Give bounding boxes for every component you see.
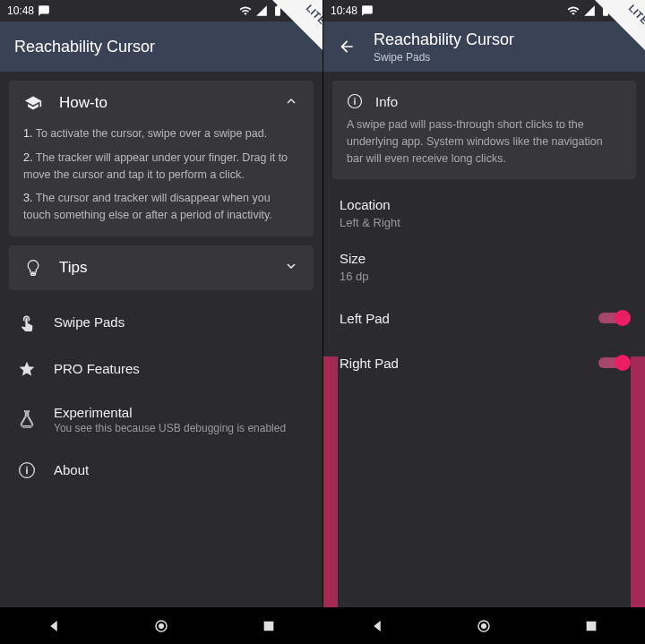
app-subtitle: Swipe Pads	[374, 51, 514, 64]
menu-swipe-pads-label: Swipe Pads	[54, 314, 306, 330]
settings-content: Info A swipe pad will pass-through short…	[323, 72, 645, 607]
info-icon	[347, 93, 363, 109]
setting-size-value: 16 dp	[340, 270, 629, 283]
nav-recents-button[interactable]	[237, 608, 300, 644]
svg-point-1	[159, 623, 164, 629]
wifi-icon	[239, 4, 252, 17]
setting-left-pad-label: Left Pad	[340, 311, 390, 326]
notification-icon	[38, 4, 50, 17]
touch-icon	[16, 312, 38, 333]
howto-title: How-to	[59, 94, 283, 112]
right-pad-toggle[interactable]	[598, 355, 629, 371]
setting-left-pad[interactable]: Left Pad	[332, 296, 636, 340]
setting-location-label: Location	[340, 197, 629, 212]
left-pad-toggle[interactable]	[598, 310, 629, 326]
setting-location-value: Left & Right	[340, 216, 629, 229]
menu-pro-label: PRO Features	[54, 361, 306, 376]
signal-icon	[255, 4, 268, 17]
setting-right-pad[interactable]: Right Pad	[332, 340, 636, 385]
nav-bar	[0, 607, 322, 644]
setting-location[interactable]: Location Left & Right	[332, 188, 636, 242]
signal-icon	[583, 4, 596, 17]
setting-right-pad-label: Right Pad	[340, 356, 399, 371]
back-button[interactable]	[338, 38, 356, 56]
info-icon	[16, 459, 38, 481]
tips-card: Tips	[9, 245, 314, 290]
menu-experimental[interactable]: Experimental You see this because USB de…	[9, 392, 314, 447]
nav-back-button[interactable]	[346, 608, 408, 644]
menu-swipe-pads[interactable]: Swipe Pads	[9, 299, 314, 346]
notification-icon	[361, 4, 374, 17]
menu-about[interactable]: About	[9, 447, 314, 494]
chevron-up-icon	[283, 93, 299, 113]
app-title: Reachability Cursor	[374, 30, 514, 49]
battery-percent: 99 %	[615, 5, 638, 16]
app-bar: Reachability Cursor Swipe Pads	[323, 21, 645, 72]
chevron-down-icon	[283, 258, 299, 278]
info-card: Info A swipe pad will pass-through short…	[332, 81, 636, 179]
menu-about-label: About	[54, 462, 306, 477]
nav-recents-button[interactable]	[560, 608, 623, 644]
swipe-pad-left[interactable]	[323, 356, 338, 607]
screen-main: 10:48 100 % Reachability Cursor LITE How…	[0, 0, 322, 644]
screen-swipe-pads: 10:48 99 % Reachability Cursor Swipe Pad…	[322, 0, 645, 644]
status-time: 10:48	[7, 4, 34, 17]
nav-home-button[interactable]	[130, 608, 193, 644]
nav-back-button[interactable]	[22, 608, 85, 644]
nav-bar	[323, 607, 645, 644]
main-content: How-to 1. To activate the cursor, swipe …	[0, 72, 322, 607]
star-icon	[16, 358, 38, 380]
nav-home-button[interactable]	[452, 608, 515, 644]
app-bar: Reachability Cursor	[0, 21, 322, 72]
battery-percent: 100 %	[288, 5, 315, 16]
battery-icon	[271, 4, 284, 17]
tips-header[interactable]: Tips	[9, 245, 314, 290]
svg-point-4	[481, 623, 486, 629]
info-body: A swipe pad will pass-through short clic…	[347, 116, 622, 167]
wifi-icon	[567, 4, 580, 17]
menu-experimental-sub: You see this because USB debugging is en…	[54, 422, 306, 434]
status-bar: 10:48 99 %	[323, 0, 645, 21]
app-title: Reachability Cursor	[14, 38, 155, 56]
howto-card: How-to 1. To activate the cursor, swipe …	[9, 81, 314, 236]
menu-pro-features[interactable]: PRO Features	[9, 346, 314, 392]
svg-rect-2	[264, 621, 274, 631]
status-bar: 10:48 100 %	[0, 0, 322, 21]
status-time: 10:48	[331, 4, 357, 17]
setting-size[interactable]: Size 16 dp	[332, 242, 636, 296]
swipe-pad-right[interactable]	[631, 356, 645, 607]
info-title: Info	[375, 94, 398, 109]
menu-experimental-label: Experimental	[54, 405, 306, 420]
howto-header[interactable]: How-to	[9, 81, 314, 125]
svg-rect-5	[587, 621, 597, 631]
graduation-cap-icon	[23, 93, 43, 113]
howto-body: 1. To activate the cursor, swipe over a …	[9, 125, 314, 236]
flask-icon	[16, 408, 38, 430]
setting-size-label: Size	[340, 251, 629, 266]
lightbulb-icon	[23, 258, 43, 278]
tips-title: Tips	[59, 259, 283, 277]
battery-icon	[599, 4, 612, 17]
